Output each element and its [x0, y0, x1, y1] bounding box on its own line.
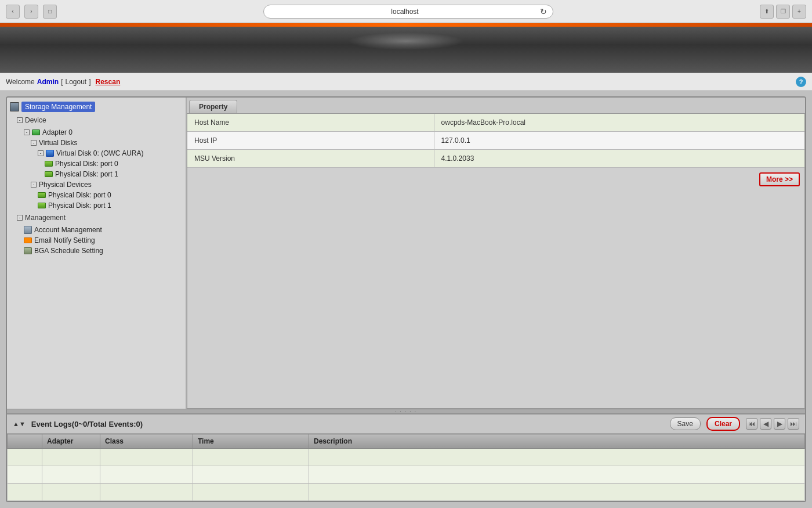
col-header-desc: Description — [309, 434, 805, 449]
property-key-0: Host Name — [187, 114, 434, 131]
new-tab-button[interactable]: + — [792, 5, 806, 19]
expand-vdisks-icon[interactable]: - — [31, 140, 37, 146]
pdisk-icon-0 — [45, 161, 53, 167]
window-button[interactable]: ❐ — [776, 5, 790, 19]
left-sidebar: Storage Management - Device - Adapter 0 … — [7, 98, 187, 409]
right-panel: Property Host Name owcpds-MacBook-Pro.lo… — [187, 98, 805, 409]
table-row — [8, 466, 805, 484]
email-label: Email Notify Setting — [34, 236, 95, 244]
phys-port1-item[interactable]: Physical Disk: port 1 — [38, 200, 183, 211]
bracket-open: [ — [61, 78, 63, 86]
vdisk-icon — [46, 150, 54, 157]
nav-first-button[interactable]: ⏮ — [746, 418, 757, 430]
expand-vdisk0-icon[interactable]: - — [38, 150, 44, 156]
device-item[interactable]: - Device — [17, 113, 183, 127]
account-mgmt-item[interactable]: Account Management — [24, 225, 183, 235]
adapter0-item[interactable]: - Adapter 0 — [24, 127, 183, 138]
property-row-0: Host Name owcpds-MacBook-Pro.local — [187, 114, 804, 132]
phys-port1-label: Physical Disk: port 1 — [48, 201, 111, 210]
event-logs-header: ▲▼ Event Logs(0~0/Total Events:0) Save C… — [7, 415, 805, 434]
resize-handle[interactable]: · · · · · — [7, 409, 805, 413]
forward-button[interactable]: › — [24, 5, 38, 19]
property-tab-area: Property — [187, 98, 805, 113]
physical-devices-item[interactable]: - Physical Devices — [31, 179, 183, 190]
address-bar[interactable]: localhost ↻ — [263, 5, 553, 19]
outer-panel: Storage Management - Device - Adapter 0 … — [6, 96, 806, 502]
clear-button[interactable]: Clear — [706, 417, 740, 431]
email-notify-item[interactable]: Email Notify Setting — [24, 235, 183, 246]
storage-icon — [10, 102, 19, 111]
property-key-1: Host IP — [187, 132, 434, 149]
adapter-icon — [32, 129, 40, 135]
vdisk0-item[interactable]: - Virtual Disk 0: (OWC AURA) — [38, 148, 183, 158]
account-label: Account Management — [34, 226, 102, 234]
event-logs-area: ▲▼ Event Logs(0~0/Total Events:0) Save C… — [7, 413, 805, 501]
split-area: Storage Management - Device - Adapter 0 … — [7, 98, 805, 409]
welcome-text: Welcome — [6, 78, 35, 86]
admin-link[interactable]: Admin — [37, 78, 59, 86]
vdisk-pdisk-port0-item[interactable]: Physical Disk: port 0 — [45, 158, 183, 169]
address-text: localhost — [270, 8, 540, 16]
nav-prev-button[interactable]: ◀ — [760, 418, 771, 430]
table-row — [8, 449, 805, 466]
property-content: Host Name owcpds-MacBook-Pro.local Host … — [187, 113, 805, 409]
browser-chrome: ‹ › □ localhost ↻ ⬆ ❐ + — [0, 0, 812, 23]
save-button[interactable]: Save — [670, 417, 701, 430]
back-button[interactable]: ‹ — [6, 5, 20, 19]
nav-last-button[interactable]: ⏭ — [788, 418, 799, 430]
event-logs-title: Event Logs(0~0/Total Events:0) — [31, 420, 143, 428]
phys-port0-item[interactable]: Physical Disk: port 0 — [38, 190, 183, 200]
col-header-num — [8, 434, 42, 449]
phys-pdisk-icon-1 — [38, 203, 46, 208]
bga-schedule-item[interactable]: BGA Schedule Setting — [24, 246, 183, 256]
col-header-time: Time — [193, 434, 309, 449]
main-content: Storage Management - Device - Adapter 0 … — [0, 91, 812, 508]
nav-buttons: ⏮ ◀ ▶ ⏭ — [746, 418, 799, 430]
view-button[interactable]: □ — [43, 5, 57, 19]
bracket-close: ] — [89, 78, 90, 86]
col-header-class: Class — [100, 434, 193, 449]
table-row — [8, 484, 805, 501]
browser-right-buttons: ⬆ ❐ + — [760, 5, 806, 19]
event-table: Adapter Class Time Description — [7, 434, 805, 501]
physical-devices-label: Physical Devices — [39, 181, 92, 189]
help-icon[interactable]: ? — [796, 77, 806, 87]
logout-link[interactable]: Logout — [65, 78, 86, 86]
tree-root-item[interactable]: Storage Management — [10, 100, 183, 113]
vdisk-pdisk-port1-label: Physical Disk: port 1 — [55, 170, 118, 178]
management-label: Management — [25, 212, 66, 224]
email-icon — [24, 237, 32, 243]
device-label: Device — [25, 114, 46, 126]
adapter0-label: Adapter 0 — [42, 128, 72, 136]
table-header-row: Adapter Class Time Description — [8, 434, 805, 449]
header-banner — [0, 27, 812, 73]
management-item[interactable]: - Management — [17, 211, 183, 225]
property-value-2: 4.1.0.2033 — [434, 150, 804, 167]
share-button[interactable]: ⬆ — [760, 5, 774, 19]
property-value-1: 127.0.0.1 — [434, 132, 804, 149]
expand-device-icon[interactable]: - — [17, 117, 23, 123]
more-btn-area: More >> — [187, 168, 804, 191]
top-bar: Welcome Admin [ Logout ] Rescan ? — [0, 73, 812, 91]
col-header-adapter: Adapter — [42, 434, 100, 449]
expand-adapter-icon[interactable]: - — [24, 129, 30, 135]
phys-pdisk-icon-0 — [38, 192, 46, 198]
property-tab[interactable]: Property — [189, 100, 237, 113]
property-key-2: MSU Version — [187, 150, 434, 167]
pdisk-icon-1 — [45, 171, 53, 177]
virtual-disks-label: Virtual Disks — [39, 139, 77, 147]
bga-label: BGA Schedule Setting — [34, 247, 103, 255]
expand-mgmt-icon[interactable]: - — [17, 215, 23, 221]
account-icon — [24, 226, 32, 234]
more-button[interactable]: More >> — [759, 172, 800, 186]
storage-management-label[interactable]: Storage Management — [21, 102, 95, 112]
vdisk0-label: Virtual Disk 0: (OWC AURA) — [56, 149, 143, 157]
expand-phys-icon[interactable]: - — [31, 182, 37, 188]
vdisk-pdisk-port1-item[interactable]: Physical Disk: port 1 — [45, 169, 183, 179]
property-row-1: Host IP 127.0.0.1 — [187, 132, 804, 150]
rescan-link[interactable]: Rescan — [96, 78, 121, 86]
virtual-disks-item[interactable]: - Virtual Disks — [31, 138, 183, 148]
bga-icon — [24, 247, 32, 254]
nav-next-button[interactable]: ▶ — [774, 418, 785, 430]
reload-button[interactable]: ↻ — [540, 7, 547, 16]
